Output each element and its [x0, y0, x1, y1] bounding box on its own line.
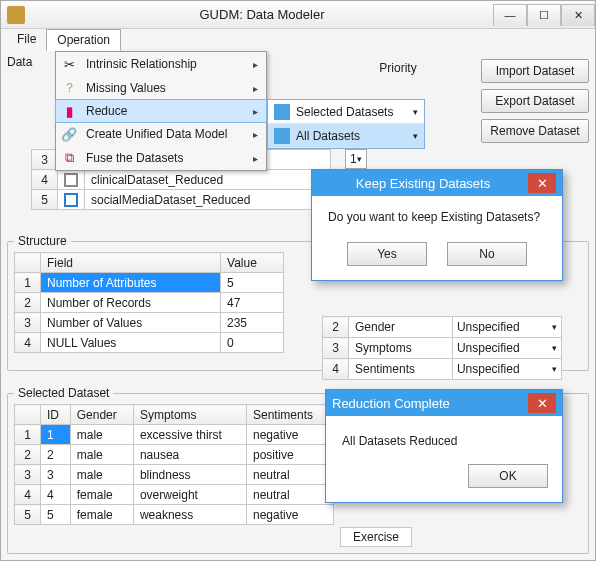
col-sentiments: Sentiments: [247, 405, 334, 425]
merge-icon: ⧉: [60, 149, 78, 167]
col-gender: Gender: [70, 405, 133, 425]
table-row: 4NULL Values0: [15, 333, 284, 353]
unspecified-select[interactable]: Unspecified▾: [453, 317, 561, 337]
titlebar: GUDM: Data Modeler — ☐ ✕: [1, 1, 595, 29]
dialog-title: Keep Existing Datasets: [318, 176, 528, 191]
table-row: 33maleblindnessneutral: [15, 465, 334, 485]
selected-table: IDGenderSymptomsSentiments 11maleexcessi…: [14, 404, 334, 525]
unspecified-select[interactable]: Unspecified▾: [453, 338, 561, 358]
table-row: 4SentimentsUnspecified▾: [323, 359, 562, 380]
maximize-button[interactable]: ☐: [527, 4, 561, 26]
chevron-right-icon: ▸: [253, 106, 258, 117]
menu-operation[interactable]: Operation: [46, 29, 121, 51]
col-symptoms: Symptoms: [133, 405, 246, 425]
chevron-down-icon: ▾: [552, 364, 557, 374]
close-button[interactable]: ✕: [561, 4, 595, 26]
no-button[interactable]: No: [447, 242, 527, 266]
grid-icon: [274, 128, 290, 144]
menu-item-fuse-datasets[interactable]: ⧉Fuse the Datasets▸: [56, 146, 266, 170]
ok-button[interactable]: OK: [468, 464, 548, 488]
chevron-down-icon: ▾: [552, 343, 557, 353]
table-row: 3SymptomsUnspecified▾: [323, 338, 562, 359]
chevron-down-icon: ▾: [357, 154, 362, 164]
minimize-button[interactable]: —: [493, 4, 527, 26]
extra-cell: Exercise: [340, 527, 412, 547]
main-window: GUDM: Data Modeler — ☐ ✕ File Operation …: [0, 0, 596, 561]
menu-item-missing-values[interactable]: ？Missing Values▸: [56, 76, 266, 100]
menubar: File Operation: [1, 29, 595, 51]
table-row: 2Number of Records47: [15, 293, 284, 313]
import-dataset-button[interactable]: Import Dataset: [481, 59, 589, 83]
menu-data[interactable]: Data: [7, 49, 36, 73]
dialog-titlebar: Keep Existing Datasets ✕: [312, 170, 562, 196]
submenu-item-selected-datasets[interactable]: Selected Datasets▾: [268, 100, 424, 124]
app-icon: [7, 6, 25, 24]
dialog-titlebar: Reduction Complete ✕: [326, 390, 562, 416]
priority-select[interactable]: 1▾: [345, 149, 367, 169]
chevron-down-icon: ▾: [413, 107, 418, 117]
structure-right-table: 2GenderUnspecified▾ 3SymptomsUnspecified…: [322, 316, 562, 380]
grid-icon: [274, 104, 290, 120]
question-icon: ？: [60, 79, 78, 97]
table-row: 22malenauseapositive: [15, 445, 334, 465]
chevron-down-icon: ▾: [552, 322, 557, 332]
link-icon: 🔗: [60, 125, 78, 143]
chevron-right-icon: ▸: [253, 153, 258, 164]
chevron-right-icon: ▸: [253, 59, 258, 70]
dialog-title: Reduction Complete: [332, 396, 450, 411]
yes-button[interactable]: Yes: [347, 242, 427, 266]
unspecified-select[interactable]: Unspecified▾: [453, 359, 561, 379]
scissors-icon: ✂: [60, 55, 78, 73]
reduce-submenu: Selected Datasets▾ All Datasets▾: [267, 99, 425, 149]
operation-menu: ✂Intrinsic Relationship▸ ？Missing Values…: [55, 51, 267, 171]
structure-table: FieldValue 1Number of Attributes5 2Numbe…: [14, 252, 284, 353]
reduction-complete-dialog: Reduction Complete ✕ All Datasets Reduce…: [325, 389, 563, 503]
table-row: 1Number of Attributes5: [15, 273, 284, 293]
menu-item-intrinsic-relationship[interactable]: ✂Intrinsic Relationship▸: [56, 52, 266, 76]
menu-item-create-unified-model[interactable]: 🔗Create Unified Data Model▸: [56, 122, 266, 146]
menu-item-reduce[interactable]: ▮Reduce▸: [55, 99, 267, 123]
submenu-item-all-datasets[interactable]: All Datasets▾: [268, 124, 424, 148]
menu-file[interactable]: File: [7, 29, 46, 51]
table-row: 3Number of Values235: [15, 313, 284, 333]
table-row: 55femaleweaknessnegative: [15, 505, 334, 525]
col-field: Field: [41, 253, 221, 273]
chevron-right-icon: ▸: [253, 129, 258, 140]
priority-header: Priority: [333, 61, 463, 75]
col-value: Value: [221, 253, 284, 273]
dialog-message: Do you want to keep Existing Datasets?: [312, 196, 562, 234]
chevron-right-icon: ▸: [253, 83, 258, 94]
col-id: ID: [41, 405, 71, 425]
dialog-close-button[interactable]: ✕: [528, 393, 556, 413]
table-row: 4clinicalDataset_Reduced: [32, 170, 331, 190]
export-dataset-button[interactable]: Export Dataset: [481, 89, 589, 113]
checkbox-icon[interactable]: [64, 173, 78, 187]
table-row: 2GenderUnspecified▾: [323, 317, 562, 338]
table-row: 5socialMediaDataset_Reduced: [32, 190, 331, 210]
checkbox-icon[interactable]: [64, 193, 78, 207]
dialog-message: All Datasets Reduced: [326, 416, 562, 456]
chart-bars-icon: ▮: [60, 102, 78, 120]
table-row: 11maleexcessive thirstnegative: [15, 425, 334, 445]
dialog-close-button[interactable]: ✕: [528, 173, 556, 193]
remove-dataset-button[interactable]: Remove Dataset: [481, 119, 589, 143]
chevron-down-icon: ▾: [413, 131, 418, 141]
table-row: 44femaleoverweightneutral: [15, 485, 334, 505]
window-title: GUDM: Data Modeler: [31, 7, 493, 22]
keep-existing-dialog: Keep Existing Datasets ✕ Do you want to …: [311, 169, 563, 281]
